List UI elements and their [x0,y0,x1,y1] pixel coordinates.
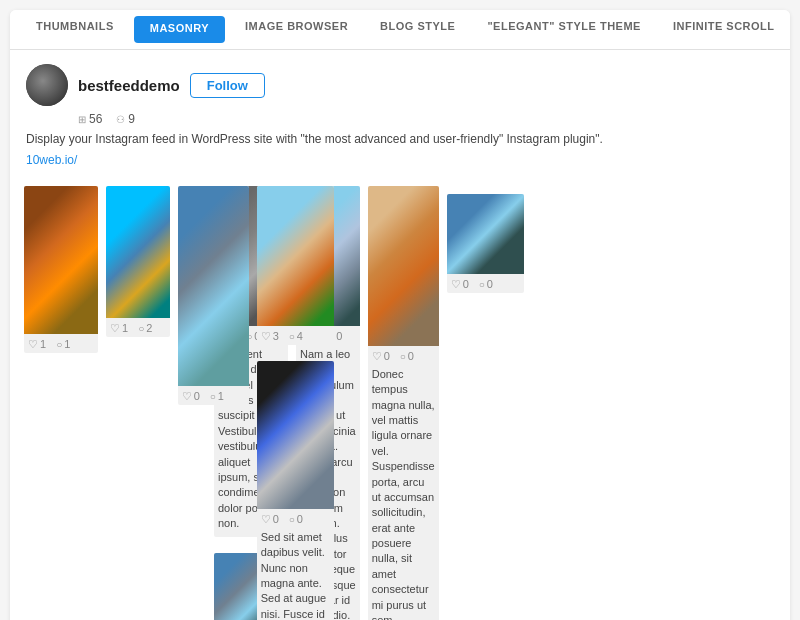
comment-icon [210,390,216,402]
item-meta: 34 [257,326,334,345]
avatar [26,64,68,106]
heart-icon [261,513,271,526]
comment-icon [289,513,295,525]
comment-icon [400,350,406,362]
comment-count: 1 [56,338,70,350]
tab-elegant[interactable]: "ELEGANT" STYLE THEME [471,10,657,50]
tab-thumbnails[interactable]: THUMBNAILS [20,10,130,50]
profile-description: Display your Instagram feed in WordPress… [26,131,774,148]
profile-stats: 56 9 [78,112,774,126]
grid-item[interactable]: 11 [24,186,98,353]
grid-item[interactable]: 12 [106,186,170,337]
comment-count: 2 [138,322,152,334]
heart-icon [451,280,461,293]
grid-image-pumpkins [24,186,98,334]
item-meta: 00 [368,346,439,365]
grid-item[interactable]: 00Donec tempus magna nulla, vel mattis l… [368,186,439,620]
follow-button[interactable]: Follow [190,73,265,98]
grid-item[interactable]: 00Sed sit amet dapibus velit. Nunc non m… [257,361,334,620]
item-meta: 01 [178,386,249,405]
grid-item[interactable]: 01 [178,186,249,405]
profile-area: bestfeeddemo Follow 56 9 Display your In… [10,50,790,176]
like-count: 1 [28,338,46,351]
heart-icon [372,350,382,363]
grid-image-aerial [106,186,170,318]
main-container: THUMBNAILSMASONRYIMAGE BROWSERBLOG STYLE… [10,10,790,620]
heart-icon [261,330,271,343]
tabs-bar: THUMBNAILSMASONRYIMAGE BROWSERBLOG STYLE… [10,10,790,50]
item-caption: Sed sit amet dapibus velit. Nunc non mag… [257,528,334,620]
item-meta: 12 [106,318,170,337]
comment-icon [56,338,62,350]
tab-blog-style[interactable]: BLOG STYLE [364,10,471,50]
profile-username: bestfeeddemo [78,77,180,94]
comment-count: 0 [289,513,303,525]
like-count: 0 [451,280,469,293]
followers-icon [116,112,125,126]
comment-count: 1 [210,390,224,402]
comment-count: 4 [289,330,303,342]
followers-count: 9 [128,112,135,126]
posts-count: 56 [89,112,102,126]
like-count: 0 [182,390,200,403]
comment-count: 0 [479,280,493,292]
item-meta: 00 [447,276,524,295]
comment-icon [289,330,295,342]
tab-masonry[interactable]: MASONRY [134,16,225,43]
heart-icon [182,390,192,403]
item-meta: 00 [257,509,334,528]
tab-infinite-scroll[interactable]: INFINITE SCROLL [657,10,790,50]
heart-icon [110,322,120,335]
grid-image-surfgirl [257,186,334,326]
comment-icon [479,280,485,292]
grid-image-city2 [447,196,524,276]
item-caption: Donec tempus magna nulla, vel mattis lig… [368,365,439,620]
tab-image-browser[interactable]: IMAGE BROWSER [229,10,364,50]
grid-image-building [178,186,249,386]
like-count: 0 [372,350,390,363]
grid-item[interactable]: 34 [257,186,334,345]
item-meta: 11 [24,334,98,353]
like-count: 3 [261,330,279,343]
heart-icon [28,338,38,351]
grid-item[interactable]: 00 [447,196,524,295]
comment-count: 0 [400,350,414,362]
grid-image-rocks [368,186,439,346]
like-count: 1 [110,322,128,335]
posts-icon [78,112,86,126]
profile-link[interactable]: 10web.io/ [26,153,77,167]
masonry-grid: 1100Praesent varius dui est, vel facilis… [10,176,790,620]
comment-icon [138,322,144,334]
like-count: 0 [261,513,279,526]
grid-image-racing [257,361,334,509]
